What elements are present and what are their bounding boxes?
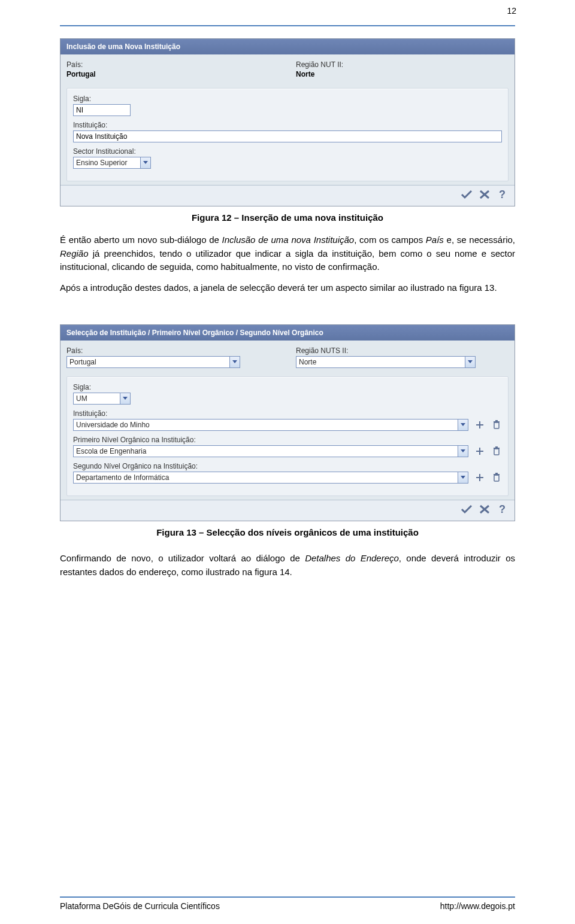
regiao-label: Região NUT II: bbox=[296, 60, 509, 69]
sigla-input[interactable] bbox=[73, 104, 131, 116]
primeiro-nivel-select-value: Escola de Engenharia bbox=[74, 447, 458, 455]
regiao-label-2: Região NUTS II: bbox=[296, 346, 509, 355]
instituicao-select[interactable]: Universidade do Minho bbox=[73, 419, 468, 431]
svg-marker-0 bbox=[143, 161, 148, 164]
dialog-seleccao: Selecção de Instituição / Primeiro Nível… bbox=[60, 324, 515, 521]
footer-left: Plataforma DeGóis de Curricula Científic… bbox=[60, 901, 220, 911]
svg-rect-18 bbox=[495, 446, 498, 448]
pais-label-2: País: bbox=[66, 346, 279, 355]
help-button[interactable]: ? bbox=[495, 503, 510, 516]
sigla-label: Sigla: bbox=[73, 95, 502, 103]
page-footer: Plataforma DeGóis de Curricula Científic… bbox=[60, 896, 515, 911]
svg-rect-24 bbox=[495, 473, 498, 474]
chevron-down-icon bbox=[458, 472, 468, 483]
svg-rect-22 bbox=[494, 475, 499, 481]
regiao-block-2: Região NUTS II: Norte bbox=[296, 346, 509, 373]
paragraph-3: Confirmando de novo, o utilizador voltar… bbox=[60, 552, 515, 579]
svg-marker-4 bbox=[232, 360, 237, 363]
sigla-select[interactable]: UM bbox=[73, 393, 131, 405]
svg-marker-7 bbox=[461, 423, 465, 426]
dialog-seleccao-footer: ? bbox=[60, 500, 515, 521]
svg-rect-10 bbox=[494, 423, 499, 428]
pais-block-2: País: Portugal bbox=[66, 346, 279, 373]
paragraph-1: É então aberto um novo sub-diálogo de In… bbox=[60, 233, 515, 274]
footer-rule bbox=[60, 896, 515, 899]
cancel-button[interactable] bbox=[477, 188, 492, 201]
svg-text:?: ? bbox=[499, 189, 506, 200]
regiao-block: Região NUT II: Norte bbox=[296, 60, 509, 84]
segundo-nivel-label: Segundo Nível Orgânico na Instituição: bbox=[73, 462, 502, 470]
page-number: 12 bbox=[507, 6, 516, 16]
chevron-down-icon bbox=[465, 357, 475, 367]
pais-block: País: Portugal bbox=[66, 60, 279, 84]
dialog-inclusao-footer: ? bbox=[60, 185, 515, 206]
sigla-label-2: Sigla: bbox=[73, 383, 502, 391]
cancel-button[interactable] bbox=[477, 503, 492, 516]
dialog-inclusao-header-row: País: Portugal Região NUT II: Norte bbox=[66, 60, 509, 84]
svg-rect-11 bbox=[494, 421, 500, 423]
instituicao-input[interactable] bbox=[73, 130, 502, 142]
chevron-down-icon bbox=[458, 446, 468, 457]
page: 12 Inclusão de uma Nova Instituição País… bbox=[0, 0, 575, 924]
pais-select[interactable]: Portugal bbox=[66, 356, 240, 368]
confirm-button[interactable] bbox=[459, 503, 474, 516]
top-rule bbox=[60, 25, 515, 28]
regiao-value: Norte bbox=[296, 70, 509, 78]
help-button[interactable]: ? bbox=[495, 188, 510, 201]
svg-marker-5 bbox=[468, 360, 473, 363]
svg-rect-12 bbox=[495, 420, 498, 421]
chevron-down-icon bbox=[120, 393, 130, 404]
figure-12-caption: Figura 12 – Inserção de uma nova institu… bbox=[60, 212, 515, 223]
svg-marker-6 bbox=[123, 397, 128, 400]
paragraph-2: Após a introdução destes dados, a janela… bbox=[60, 281, 515, 295]
delete-button[interactable] bbox=[491, 446, 502, 457]
sector-label: Sector Institucional: bbox=[73, 147, 502, 156]
add-button[interactable] bbox=[474, 472, 485, 483]
svg-text:?: ? bbox=[499, 503, 506, 515]
svg-marker-19 bbox=[461, 476, 465, 479]
pais-value: Portugal bbox=[66, 70, 279, 78]
pais-select-value: Portugal bbox=[67, 358, 229, 366]
instituicao-label: Instituição: bbox=[73, 121, 502, 129]
chevron-down-icon bbox=[140, 157, 150, 168]
svg-rect-16 bbox=[494, 449, 499, 455]
regiao-select-value: Norte bbox=[296, 358, 465, 366]
segundo-nivel-select-value: Departamento de Informática bbox=[74, 473, 458, 482]
regiao-select[interactable]: Norte bbox=[296, 356, 476, 368]
dialog-inclusao-body: País: Portugal Região NUT II: Norte Sigl… bbox=[60, 54, 515, 185]
footer-right: http://www.degois.pt bbox=[440, 901, 515, 911]
dialog-seleccao-title: Selecção de Instituição / Primeiro Nível… bbox=[60, 325, 515, 341]
svg-rect-23 bbox=[494, 474, 500, 475]
dialog-inclusao-title: Inclusão de uma Nova Instituição bbox=[60, 39, 515, 54]
svg-rect-17 bbox=[494, 448, 500, 449]
confirm-button[interactable] bbox=[459, 188, 474, 201]
sigla-select-value: UM bbox=[74, 394, 120, 403]
dialog-seleccao-fields: Sigla: UM Instituição: Universidade do M… bbox=[66, 376, 509, 496]
instituicao-label-2: Instituição: bbox=[73, 409, 502, 418]
dialog-inclusao-fields: Sigla: Instituição: Sector Institucional… bbox=[66, 88, 509, 181]
dialog-inclusao: Inclusão de uma Nova Instituição País: P… bbox=[60, 38, 515, 206]
dialog-seleccao-body: País: Portugal Região NUTS II: bbox=[60, 341, 515, 500]
sector-select-value: Ensino Superior bbox=[74, 159, 140, 167]
primeiro-nivel-label: Primeiro Nível Orgânico na Instituição: bbox=[73, 436, 502, 444]
svg-marker-13 bbox=[461, 449, 465, 452]
sector-select[interactable]: Ensino Superior bbox=[73, 157, 151, 169]
primeiro-nivel-select[interactable]: Escola de Engenharia bbox=[73, 445, 468, 457]
delete-button[interactable] bbox=[491, 420, 502, 430]
delete-button[interactable] bbox=[491, 472, 502, 483]
add-button[interactable] bbox=[474, 446, 485, 457]
instituicao-select-value: Universidade do Minho bbox=[74, 421, 458, 429]
chevron-down-icon bbox=[458, 420, 468, 430]
segundo-nivel-select[interactable]: Departamento de Informática bbox=[73, 472, 468, 484]
chevron-down-icon bbox=[229, 357, 240, 367]
add-button[interactable] bbox=[474, 420, 485, 430]
dialog-seleccao-header-row: País: Portugal Região NUTS II: bbox=[66, 346, 509, 373]
pais-label: País: bbox=[66, 60, 279, 69]
figure-13-caption: Figura 13 – Selecção dos níveis orgânico… bbox=[60, 527, 515, 537]
